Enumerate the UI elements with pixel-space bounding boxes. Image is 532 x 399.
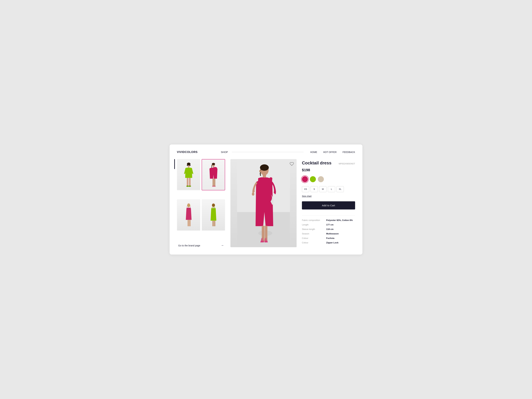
svg-point-8: [186, 185, 189, 187]
main-content: Go to the brand page →: [177, 159, 355, 247]
svg-rect-6: [187, 178, 188, 186]
svg-point-11: [212, 163, 215, 165]
product-title: Cocktail dress: [302, 160, 331, 165]
svg-rect-7: [189, 178, 190, 186]
wishlist-button[interactable]: [290, 162, 294, 167]
scroll-indicator: [174, 159, 175, 169]
header: VIVIDCOLORS SHOP HOME HOT OFFER FEEDBACK: [177, 151, 355, 154]
thumbnail-pink-selected[interactable]: [202, 159, 225, 190]
detail-value-fabric: Polyester 92%, Cotton 8%: [326, 219, 353, 222]
size-chart-link[interactable]: Size chart: [302, 195, 355, 197]
detail-label-sleeve: Sleeve length: [302, 228, 323, 230]
logo: VIVIDCOLORS: [177, 151, 198, 154]
nav-links: HOME HOT OFFER FEEDBACK: [310, 151, 355, 153]
svg-rect-2: [187, 165, 188, 165]
detail-label-season: Season: [302, 232, 323, 235]
size-xs[interactable]: XS: [302, 186, 309, 192]
page-container: VIVIDCOLORS SHOP HOME HOT OFFER FEEDBACK: [170, 145, 362, 255]
right-panel: Cocktail dress MP002XW0ONOT $198 XS S M …: [302, 159, 355, 247]
add-to-cart-button[interactable]: Add to Cart: [302, 201, 355, 209]
color-swatch-beige[interactable]: [318, 176, 324, 182]
nav-shop[interactable]: SHOP: [221, 151, 228, 153]
size-l[interactable]: L: [328, 186, 335, 192]
svg-rect-20: [189, 220, 190, 226]
main-figure: [230, 159, 297, 247]
product-sku: MP002XW0ONOT: [339, 163, 355, 165]
nav-home[interactable]: HOME: [310, 151, 317, 153]
detail-row-sleeve: Sleeve length 118 cm: [302, 228, 355, 230]
brand-page-arrow-icon: →: [221, 244, 224, 247]
detail-row-season: Season Multiseason: [302, 232, 355, 235]
detail-label-colour: Colour: [302, 237, 323, 239]
nav-hot-offer[interactable]: HOT OFFER: [323, 151, 337, 153]
svg-rect-3: [189, 165, 190, 165]
thumb-4-svg: [205, 201, 222, 229]
left-panel: Go to the brand page →: [177, 159, 225, 247]
center-panel: [230, 159, 297, 247]
detail-value-sleeve: 118 cm: [326, 228, 334, 230]
detail-value-season: Multiseason: [326, 232, 339, 235]
svg-rect-26: [214, 221, 215, 226]
svg-rect-22: [213, 207, 214, 208]
thumb-3-svg: [181, 201, 197, 229]
detail-label-fabric: Fabric composition: [302, 219, 323, 222]
main-product-svg: [230, 159, 297, 247]
product-price: $198: [302, 168, 355, 172]
heart-icon: [290, 162, 294, 166]
detail-value-closure: Zipper Lock: [326, 241, 338, 244]
brand-page-text: Go to the brand page: [178, 244, 200, 247]
size-m[interactable]: M: [319, 186, 327, 192]
svg-point-9: [189, 185, 191, 187]
thumbnail-grid: [177, 159, 225, 239]
size-options: XS S M L XL: [302, 186, 355, 192]
main-product-image: [230, 159, 297, 247]
size-xl[interactable]: XL: [336, 186, 344, 192]
detail-row-length: Length 177 cm: [302, 223, 355, 226]
color-options: [302, 176, 355, 182]
thumb-1-wrap: [177, 159, 200, 198]
detail-label-closure: Colour: [302, 241, 323, 244]
svg-rect-19: [188, 220, 189, 226]
color-swatch-green[interactable]: [310, 176, 316, 182]
svg-rect-14: [214, 179, 215, 186]
svg-point-31: [260, 165, 269, 171]
svg-point-34: [252, 192, 254, 196]
svg-rect-13: [212, 179, 214, 186]
thumbnail-green-square[interactable]: [202, 200, 225, 231]
detail-value-colour: Fuchsia: [326, 237, 334, 239]
detail-row-fabric: Fabric composition Polyester 92%, Cotton…: [302, 219, 355, 222]
nav-feedback[interactable]: FEEDBACK: [343, 151, 355, 153]
svg-point-32: [259, 170, 261, 172]
detail-row-colour: Colour Fuchsia: [302, 237, 355, 239]
svg-rect-25: [212, 221, 214, 226]
detail-value-length: 177 cm: [326, 223, 334, 226]
thumb-2-svg: [205, 161, 222, 189]
thumb-1-svg: [181, 161, 197, 189]
svg-point-1: [187, 163, 190, 165]
thumbnail-pink-slip[interactable]: [177, 200, 200, 231]
color-swatch-fuchsia[interactable]: [302, 176, 308, 182]
product-header: Cocktail dress MP002XW0ONOT: [302, 160, 355, 165]
thumbnail-green-long[interactable]: [177, 159, 200, 190]
detail-label-length: Length: [302, 223, 323, 226]
brand-page-link[interactable]: Go to the brand page →: [177, 240, 225, 247]
size-s[interactable]: S: [310, 186, 318, 192]
detail-row-closure: Colour Zipper Lock: [302, 241, 355, 244]
product-details: Fabric composition Polyester 92%, Cotton…: [302, 215, 355, 244]
